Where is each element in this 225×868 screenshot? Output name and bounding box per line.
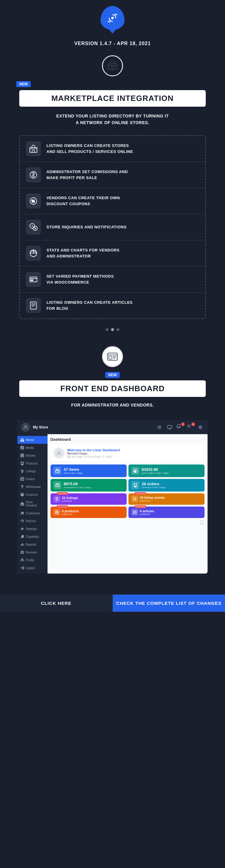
sidebar-item-settings[interactable]: Settings — [18, 525, 48, 533]
articles-label: published — [140, 513, 154, 516]
dashboard-icon — [107, 351, 118, 362]
db-sidebar: Home Media Articles Products — [18, 434, 48, 574]
dot-3[interactable] — [116, 328, 119, 331]
store-name-label: My Store — [33, 425, 153, 429]
reviews-value: 19 listing reviews — [140, 496, 165, 499]
db-welcome-login: Last Login: 8:25 pm (Apr 17, 2021) — [67, 455, 120, 458]
dot-1[interactable] — [106, 328, 109, 331]
db-welcome-banner: Welcome to the Listar Dashboard Bernard … — [51, 445, 205, 462]
stat-value-gross: $3252.86 — [142, 467, 168, 472]
svg-rect-37 — [56, 470, 59, 473]
feature-item-inquiries: STORE INQUIRIES AND NOTIFICATIONS — [20, 214, 205, 240]
listing-icon-star — [132, 496, 138, 502]
sidebar-item-refund[interactable]: Refund — [18, 517, 48, 525]
sidebar-item-media[interactable]: Media — [18, 444, 48, 452]
db-user-avatar — [54, 448, 64, 459]
store-avatar — [21, 423, 30, 432]
feature-item-blog: LISTING OWNERS CAN CREATE ARTICLESFOR BL… — [20, 292, 205, 318]
listing-icon-box — [54, 509, 60, 516]
store-icon — [29, 145, 37, 153]
sidebar-item-profile[interactable]: Profile — [18, 556, 48, 564]
svg-point-19 — [200, 427, 201, 428]
svg-point-41 — [57, 485, 58, 486]
settings-notification-icon[interactable]: 0 — [187, 424, 194, 431]
check-changes-button[interactable]: CHECK THE COMPLETE LIST OF CHANGES — [113, 595, 225, 612]
feature-icon-article — [26, 298, 41, 313]
feature-text-payment: SET VARIED PAYMENT METHODSVIA WOOCOMMERC… — [46, 273, 114, 285]
marketplace-badge: NEW — [16, 81, 31, 87]
sidebar-item-logout[interactable]: Logout — [18, 564, 48, 572]
stat-value-items: 47 items — [64, 467, 83, 472]
bell-notification-icon[interactable]: 7 — [176, 424, 184, 431]
svg-point-30 — [21, 512, 23, 513]
marketplace-icon — [107, 60, 118, 71]
db-listing-grid: 0 pending 22 listings published — [51, 493, 205, 518]
stat-label-items: sold in last 7 days — [64, 472, 83, 474]
articles-value: 6 articles — [140, 509, 154, 513]
version-text: VERSION 1.4.7 - APR 18, 2021 — [74, 41, 151, 46]
sidebar-item-reviews[interactable]: Reviews — [18, 548, 48, 556]
dashboard-section: NEW FRONT END DASHBOARD FOR ADMINISTRATO… — [9, 343, 216, 574]
listings-value: 22 listings — [62, 496, 78, 500]
sidebar-item-listings[interactable]: Listings — [18, 467, 48, 475]
svg-point-44 — [56, 498, 58, 499]
sync-icon — [107, 12, 118, 24]
sidebar-item-reports[interactable]: Reports — [18, 540, 48, 548]
feature-text-inquiries: STORE INQUIRIES AND NOTIFICATIONS — [46, 224, 126, 230]
svg-point-18 — [188, 426, 190, 427]
svg-rect-4 — [32, 150, 35, 152]
settings-badge: 0 — [191, 423, 195, 426]
dot-2[interactable] — [111, 328, 114, 331]
listings-label: published — [62, 500, 78, 502]
dashboard-icon-circle — [102, 346, 123, 367]
reviews-label: published — [140, 499, 165, 502]
feature-item-stores: LISTING OWNERS CAN CREATE STORESAND SELL… — [20, 136, 205, 162]
click-here-button[interactable]: CLICK HERE — [0, 595, 113, 612]
stat-label-commission: commission in last 7 days — [64, 486, 91, 489]
dashboard-header: My Store — [18, 420, 208, 434]
db-topbar: Dashboard — [51, 437, 205, 442]
coupon-icon: % — [29, 197, 37, 205]
svg-rect-2 — [111, 66, 114, 68]
svg-point-16 — [25, 426, 26, 427]
feature-icon-dollar — [26, 167, 41, 182]
sidebar-item-customers[interactable]: Customers — [18, 509, 48, 517]
stat-value-orders: 28 orders — [142, 482, 165, 486]
dashboard-description: FOR ADMINISTRATOR AND VENDORS. — [71, 402, 154, 408]
svg-rect-17 — [168, 426, 172, 429]
sidebar-item-articles[interactable]: Articles — [18, 452, 48, 459]
feature-item-stats: STATS AND CHARTS FOR VENDORSAND ADMINIST… — [20, 240, 205, 267]
gear-icon[interactable] — [197, 424, 204, 431]
sidebar-item-store-vendors[interactable]: Store Vendors — [18, 498, 48, 509]
svg-rect-12 — [31, 280, 33, 281]
monitor-icon[interactable] — [166, 424, 173, 431]
bell-badge: 7 — [181, 423, 185, 426]
sidebar-item-orders[interactable]: Orders — [18, 475, 48, 483]
sidebar-item-products[interactable]: Products — [18, 459, 48, 467]
svg-rect-11 — [30, 277, 37, 282]
hamburger-icon[interactable] — [156, 424, 163, 431]
sidebar-item-withdrawal[interactable]: Withdrawal — [18, 483, 48, 491]
svg-text:$: $ — [135, 470, 136, 473]
dashboard-badge: NEW — [105, 372, 120, 378]
svg-rect-15 — [109, 356, 112, 359]
sidebar-item-home[interactable]: Home — [18, 436, 48, 444]
stat-label-orders: received in last 7 days — [142, 486, 165, 489]
feature-icon-coupon: % — [26, 193, 41, 209]
feature-text-stats: STATS AND CHARTS FOR VENDORSAND ADMINIST… — [46, 247, 119, 259]
svg-point-43 — [136, 487, 136, 487]
db-topbar-title: Dashboard — [51, 437, 205, 442]
stat-label-gross: gross sales in last 7 days — [142, 472, 168, 474]
products-pending-badge: 0 pending — [57, 505, 68, 508]
svg-point-42 — [135, 487, 135, 487]
sidebar-item-coupons[interactable]: % Coupons — [18, 491, 48, 498]
sidebar-item-capability[interactable]: Capability — [18, 533, 48, 540]
dashboard-mockup: My Store — [18, 420, 208, 574]
stat-card-orders: 28 orders received in last 7 days — [129, 479, 204, 492]
listing-card-articles: 0 pending 6 articles published — [129, 506, 204, 518]
svg-point-35 — [58, 451, 60, 454]
svg-point-24 — [23, 465, 23, 465]
chart-icon — [29, 249, 37, 257]
svg-point-0 — [112, 17, 113, 19]
article-icon — [29, 301, 37, 310]
